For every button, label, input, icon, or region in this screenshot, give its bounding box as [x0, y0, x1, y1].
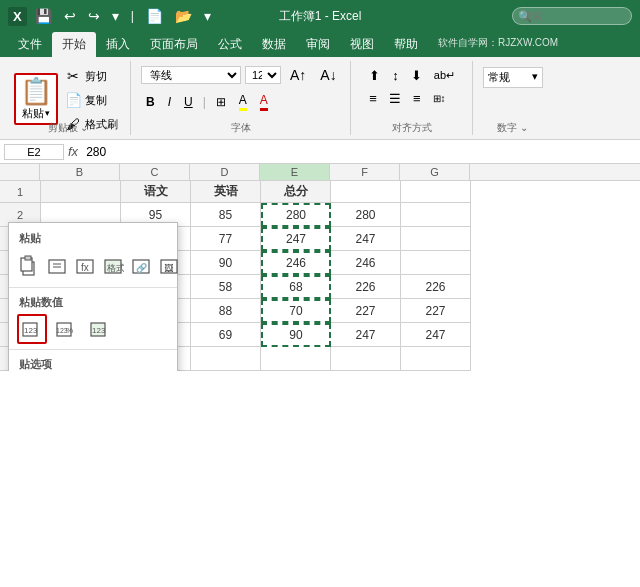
- open-file-button[interactable]: 📂: [171, 6, 196, 26]
- cell-c1[interactable]: 语文: [121, 181, 191, 203]
- undo-button[interactable]: ↩: [60, 6, 80, 26]
- cell-d2[interactable]: 85: [191, 203, 261, 227]
- align-left-button[interactable]: ≡: [364, 88, 382, 109]
- col-header-e[interactable]: E: [260, 164, 330, 180]
- copy-button[interactable]: 📄 复制: [60, 89, 122, 111]
- cell-g3[interactable]: [401, 227, 471, 251]
- paste-value-btn-1[interactable]: 123: [17, 314, 47, 344]
- cell-d8[interactable]: [191, 347, 261, 371]
- italic-button[interactable]: I: [163, 93, 176, 111]
- number-format-arrow: ▾: [532, 70, 538, 85]
- col-header-d[interactable]: D: [190, 164, 260, 180]
- paste-divider-2: [9, 349, 177, 350]
- paste-icon-btn-3[interactable]: fx: [73, 251, 97, 281]
- tab-data[interactable]: 数据: [252, 32, 296, 57]
- paste-values-row: 123 123% 123: [9, 312, 177, 346]
- number-format-select[interactable]: 常规 ▾: [483, 67, 543, 88]
- cell-e5[interactable]: 68: [261, 275, 331, 299]
- cell-f4[interactable]: 246: [331, 251, 401, 275]
- bold-button[interactable]: B: [141, 93, 160, 111]
- cell-g4[interactable]: [401, 251, 471, 275]
- svg-text:🖼: 🖼: [164, 263, 173, 273]
- font-size-decrease-button[interactable]: A↓: [315, 65, 341, 85]
- tab-file[interactable]: 文件: [8, 32, 52, 57]
- tab-page-layout[interactable]: 页面布局: [140, 32, 208, 57]
- cell-e8[interactable]: [261, 347, 331, 371]
- font-size-select[interactable]: 12: [245, 66, 281, 84]
- cell-f7[interactable]: 247: [331, 323, 401, 347]
- cell-f2[interactable]: 280: [331, 203, 401, 227]
- new-file-button[interactable]: 📄: [142, 6, 167, 26]
- col-header-b[interactable]: B: [40, 164, 120, 180]
- font-size-increase-button[interactable]: A↑: [285, 65, 311, 85]
- cell-d6[interactable]: 88: [191, 299, 261, 323]
- cell-e6[interactable]: 70: [261, 299, 331, 323]
- paste-value-btn-2[interactable]: 123%: [51, 314, 81, 344]
- align-top-button[interactable]: ⬆: [364, 65, 385, 86]
- cut-button[interactable]: ✂ 剪切: [60, 65, 122, 87]
- paste-dropdown-arrow[interactable]: ▾: [45, 108, 50, 118]
- underline-button[interactable]: U: [179, 93, 198, 111]
- merge-button[interactable]: ⊞↕: [428, 88, 451, 109]
- font-color-button[interactable]: A: [255, 91, 273, 113]
- col-header-g[interactable]: G: [400, 164, 470, 180]
- col-header-f[interactable]: F: [330, 164, 400, 180]
- number-group-label: 数字 ⌄: [497, 121, 528, 135]
- cell-g8[interactable]: [401, 347, 471, 371]
- cell-reference-box[interactable]: [4, 144, 64, 160]
- cell-g6[interactable]: 227: [401, 299, 471, 323]
- save-button[interactable]: 💾: [31, 6, 56, 26]
- cell-f6[interactable]: 227: [331, 299, 401, 323]
- cell-d1[interactable]: 英语: [191, 181, 261, 203]
- align-right-button[interactable]: ≡: [408, 88, 426, 109]
- tab-review[interactable]: 审阅: [296, 32, 340, 57]
- row-header-1[interactable]: 1: [0, 181, 40, 203]
- table-row: 语文 英语 总分: [41, 181, 640, 203]
- cell-e3[interactable]: 247: [261, 227, 331, 251]
- cell-f8[interactable]: [331, 347, 401, 371]
- fill-color-button[interactable]: A: [234, 91, 252, 113]
- formula-input[interactable]: [82, 144, 636, 160]
- cell-d7[interactable]: 69: [191, 323, 261, 347]
- font-name-select[interactable]: 等线: [141, 66, 241, 84]
- border-button[interactable]: ⊞: [211, 93, 231, 111]
- cell-f5[interactable]: 226: [331, 275, 401, 299]
- cell-f1[interactable]: [331, 181, 401, 203]
- align-center-button[interactable]: ☰: [384, 88, 406, 109]
- paste-value-btn-3[interactable]: 123: [85, 314, 115, 344]
- cell-d4[interactable]: 90: [191, 251, 261, 275]
- cell-g2[interactable]: [401, 203, 471, 227]
- tab-formula[interactable]: 公式: [208, 32, 252, 57]
- align-bottom-button[interactable]: ⬇: [406, 65, 427, 86]
- tab-software: 软件自学网：RJZXW.COM: [428, 32, 568, 57]
- paste-icon-btn-2[interactable]: [45, 251, 69, 281]
- ribbon-tabs: 文件 开始 插入 页面布局 公式 数据 审阅 视图 帮助 软件自学网：RJZXW…: [0, 32, 640, 57]
- tab-home[interactable]: 开始: [52, 32, 96, 57]
- cell-g5[interactable]: 226: [401, 275, 471, 299]
- paste-button[interactable]: 📋 粘贴 ▾: [14, 73, 58, 125]
- cell-e2[interactable]: 280: [261, 203, 331, 227]
- cell-d3[interactable]: 77: [191, 227, 261, 251]
- tab-help[interactable]: 帮助: [384, 32, 428, 57]
- align-middle-button[interactable]: ↕: [387, 65, 404, 86]
- cell-f3[interactable]: 247: [331, 227, 401, 251]
- align-row1: ⬆ ↕ ⬇ ab↵: [364, 65, 460, 86]
- paste-icon-btn-1[interactable]: [17, 251, 41, 281]
- paste-icon-btn-4[interactable]: 格式: [101, 251, 125, 281]
- cell-d5[interactable]: 58: [191, 275, 261, 299]
- cell-b1[interactable]: [41, 181, 121, 203]
- toolbar-more-button[interactable]: ▾: [108, 6, 123, 26]
- cell-e1[interactable]: 总分: [261, 181, 331, 203]
- toolbar-extra-button[interactable]: ▾: [200, 6, 215, 26]
- paste-icon-btn-6[interactable]: 🖼: [157, 251, 181, 281]
- tab-insert[interactable]: 插入: [96, 32, 140, 57]
- cell-g1[interactable]: [401, 181, 471, 203]
- tab-view[interactable]: 视图: [340, 32, 384, 57]
- cell-e7[interactable]: 90: [261, 323, 331, 347]
- col-header-c[interactable]: C: [120, 164, 190, 180]
- paste-icon-btn-5[interactable]: 🔗: [129, 251, 153, 281]
- redo-button[interactable]: ↪: [84, 6, 104, 26]
- cell-g7[interactable]: 247: [401, 323, 471, 347]
- wrap-text-button[interactable]: ab↵: [429, 65, 460, 86]
- cell-e4[interactable]: 246: [261, 251, 331, 275]
